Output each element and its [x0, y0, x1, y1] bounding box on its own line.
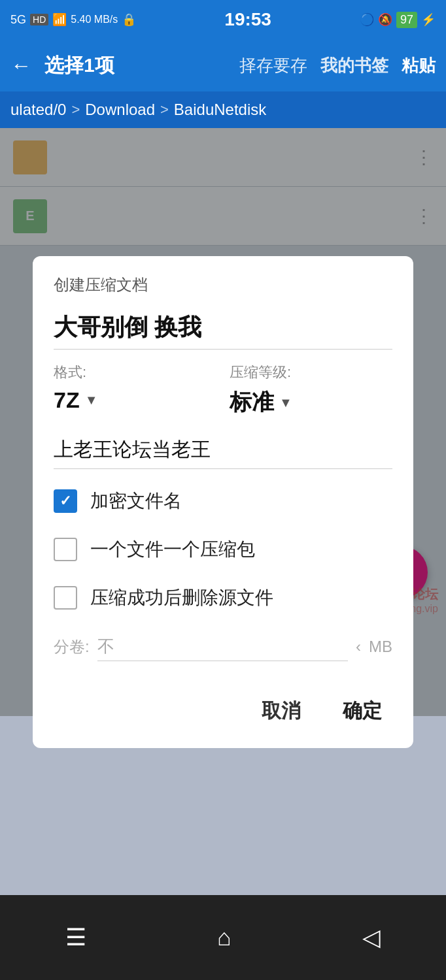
filename-divider [54, 349, 392, 350]
mute-icon: 🔕 [378, 12, 392, 27]
breadcrumb-sep-2: > [160, 101, 169, 118]
bluetooth-icon: 🔵 [360, 12, 374, 27]
dialog-title: 创建压缩文档 [54, 274, 392, 295]
format-row: 格式: 7Z ▼ 压缩等级: 标准 ▼ [54, 363, 392, 417]
hd-badge: HD [30, 14, 48, 25]
format-value: 7Z [54, 387, 80, 413]
nav-home-icon[interactable]: ⌂ [217, 924, 232, 951]
encrypt-filename-label: 加密文件名 [90, 489, 182, 514]
wifi-icon: 📶 [52, 12, 67, 27]
create-archive-dialog: 创建压缩文档 格式: 7Z ▼ 压缩等级: 标准 ▼ [33, 256, 413, 748]
dialog-buttons: 取消 确定 [54, 685, 392, 730]
delete-source-row[interactable]: 压缩成功后删除源文件 [54, 579, 392, 617]
level-select[interactable]: 标准 ▼ [230, 387, 392, 417]
bottom-nav: ☰ ⌂ ◁ [0, 895, 446, 980]
filename-input[interactable] [54, 308, 392, 346]
split-unit: MB [369, 638, 392, 656]
bookmarks-button[interactable]: 我的书签 [320, 54, 388, 77]
checkmark-icon: ✓ [60, 493, 71, 510]
confirm-button[interactable]: 确定 [332, 693, 392, 730]
status-time: 19:53 [224, 9, 271, 30]
format-select[interactable]: 7Z ▼ [54, 387, 216, 413]
wifi-speed: 5.40 MB/s [71, 14, 118, 25]
nav-menu-icon[interactable]: ☰ [65, 924, 86, 951]
cancel-button[interactable]: 取消 [251, 693, 311, 730]
charge-icon: ⚡ [421, 12, 436, 27]
breadcrumb-sep-1: > [71, 101, 80, 118]
split-label: 分卷: [54, 636, 90, 657]
page-title: 选择1项 [44, 52, 226, 79]
status-left: 5G HD 📶 5.40 MB/s 🔒 [10, 12, 136, 27]
delete-source-label: 压缩成功后删除源文件 [90, 585, 273, 610]
split-arrow-icon: ‹ [356, 638, 361, 656]
one-file-checkbox[interactable] [54, 538, 77, 561]
format-group: 格式: 7Z ▼ [54, 363, 216, 413]
split-row: 分卷: ‹ MB [54, 632, 392, 661]
battery-icon: 97 [396, 12, 417, 28]
split-input[interactable] [97, 632, 348, 661]
encrypt-filename-checkbox[interactable]: ✓ [54, 489, 77, 513]
paste-button[interactable]: 粘贴 [402, 54, 436, 77]
password-divider [54, 468, 392, 469]
breadcrumb-item-3[interactable]: BaiduNetdisk [174, 101, 266, 119]
format-dropdown-arrow: ▼ [85, 393, 98, 408]
password-input[interactable] [54, 433, 392, 466]
one-file-row[interactable]: 一个文件一个压缩包 [54, 531, 392, 568]
level-label: 压缩等级: [230, 363, 392, 382]
nav-back-icon[interactable]: ◁ [362, 924, 381, 951]
breadcrumb-item-1: ulated/0 [10, 101, 66, 119]
breadcrumb-item-2[interactable]: Download [85, 101, 155, 119]
encrypt-filename-row[interactable]: ✓ 加密文件名 [54, 482, 392, 520]
level-group: 压缩等级: 标准 ▼ [230, 363, 392, 417]
level-value: 标准 [230, 387, 274, 417]
back-button[interactable]: ← [10, 54, 31, 78]
signal-icon: 5G [10, 13, 26, 27]
vpn-icon: 🔒 [122, 12, 136, 27]
file-manager-bg: ⋮ E ⋮ 创建压缩文档 格式: 7Z ▼ 压缩等级: [0, 128, 446, 716]
delete-source-checkbox[interactable] [54, 586, 77, 610]
format-label: 格式: [54, 363, 216, 382]
level-dropdown-arrow: ▼ [279, 395, 292, 410]
action-subtitle: 择存要存 [239, 54, 307, 77]
action-bar: ← 选择1项 择存要存 我的书签 粘贴 [0, 39, 446, 91]
status-right: 🔵 🔕 97 ⚡ [360, 12, 436, 28]
breadcrumb: ulated/0 > Download > BaiduNetdisk [0, 91, 446, 128]
status-bar: 5G HD 📶 5.40 MB/s 🔒 19:53 🔵 🔕 97 ⚡ [0, 0, 446, 39]
one-file-label: 一个文件一个压缩包 [90, 537, 255, 562]
